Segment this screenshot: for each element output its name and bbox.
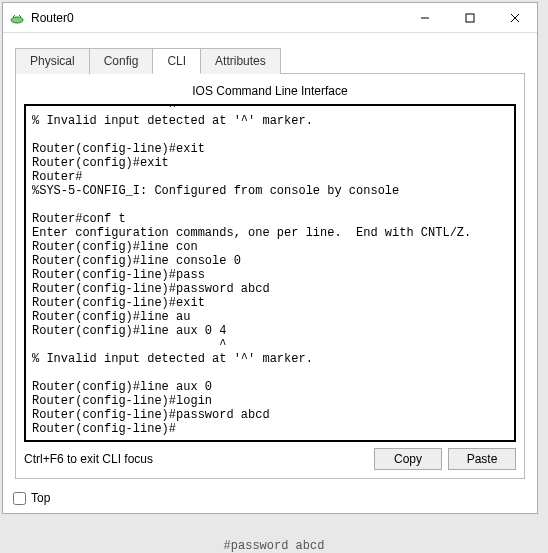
stray-text: #password abcd [0, 539, 548, 553]
tab-cli[interactable]: CLI [152, 48, 201, 74]
cli-panel: IOS Command Line Interface Router(config… [15, 74, 525, 479]
cli-hint: Ctrl+F6 to exit CLI focus [24, 452, 368, 466]
terminal-frame: Router(config-line)#clear ^ % Invalid in… [24, 104, 516, 442]
paste-button[interactable]: Paste [448, 448, 516, 470]
tab-physical[interactable]: Physical [15, 48, 90, 74]
window-controls [402, 3, 537, 33]
top-checkbox[interactable] [13, 492, 26, 505]
content-area: Physical Config CLI Attributes IOS Comma… [3, 33, 537, 483]
cli-footer-row: Ctrl+F6 to exit CLI focus Copy Paste [24, 448, 516, 470]
tab-attributes[interactable]: Attributes [200, 48, 281, 74]
top-checkbox-label[interactable]: Top [13, 491, 50, 505]
tab-config[interactable]: Config [89, 48, 154, 74]
titlebar: Router0 [3, 3, 537, 33]
close-button[interactable] [492, 3, 537, 33]
maximize-button[interactable] [447, 3, 492, 33]
window-title: Router0 [31, 11, 402, 25]
router-icon [9, 10, 25, 26]
copy-button[interactable]: Copy [374, 448, 442, 470]
svg-rect-2 [466, 14, 474, 22]
tab-bar: Physical Config CLI Attributes [15, 47, 525, 74]
minimize-button[interactable] [402, 3, 447, 33]
top-checkbox-text: Top [31, 491, 50, 505]
terminal-output[interactable]: Router(config-line)#clear ^ % Invalid in… [26, 106, 514, 440]
window-footer: Top [3, 483, 537, 513]
svg-point-0 [11, 17, 23, 23]
app-window: Router0 Physical Config CLI Attributes I… [2, 2, 538, 514]
cli-subtitle: IOS Command Line Interface [24, 80, 516, 104]
